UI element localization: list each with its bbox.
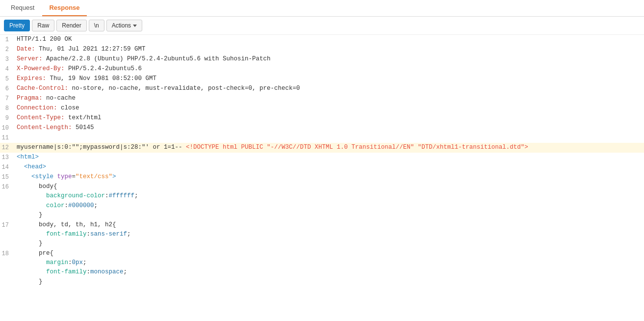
line-num-17: 17 (0, 220, 15, 249)
line-content-11 (15, 133, 644, 143)
chevron-down-icon (133, 25, 137, 27)
line-8: 8 Connection: close (0, 104, 644, 113)
line-num-3: 3 (0, 54, 15, 64)
actions-button[interactable]: Actions (106, 20, 142, 31)
line-num-16: 16 (0, 182, 15, 220)
line-15: 15 <style type="text/css"> (0, 172, 644, 182)
line-content-14: <head> (15, 162, 644, 172)
line-num-10: 10 (0, 123, 15, 133)
tab-response[interactable]: Response (42, 0, 86, 16)
response-content: 1 HTTP/1.1 200 OK 2 Date: Thu, 01 Jul 20… (0, 35, 644, 287)
line-num-15: 15 (0, 172, 15, 182)
line-content-15: <style type="text/css"> (15, 172, 644, 182)
line-num-1: 1 (0, 35, 15, 45)
line-1: 1 HTTP/1.1 200 OK (0, 35, 644, 45)
line-content-10: Content-Length: 50145 (15, 123, 644, 133)
line-content-1: HTTP/1.1 200 OK (15, 35, 644, 45)
line-3: 3 Server: Apache/2.2.8 (Ubuntu) PHP/5.2.… (0, 54, 644, 64)
line-14: 14 <head> (0, 162, 644, 172)
line-num-7: 7 (0, 94, 15, 104)
line-12: 12 myusername|s:0:"";mypassword|s:28:"' … (0, 143, 644, 153)
line-6: 6 Cache-Control: no-store, no-cache, mus… (0, 84, 644, 94)
render-button[interactable]: Render (56, 20, 86, 31)
line-content-16: body{ background-color:#ffffff; color:#0… (15, 182, 644, 220)
line-content-3: Server: Apache/2.2.8 (Ubuntu) PHP/5.2.4-… (15, 54, 644, 64)
line-content-4: X-Powered-By: PHP/5.2.4-2ubuntu5.6 (15, 64, 644, 74)
line-4: 4 X-Powered-By: PHP/5.2.4-2ubuntu5.6 (0, 64, 644, 74)
line-17: 17 body, td, th, h1, h2{ font-family:san… (0, 220, 644, 249)
line-content-18: pre{ margin:0px; font-family:monospace; … (15, 249, 644, 287)
line-num-9: 9 (0, 113, 15, 123)
line-num-2: 2 (0, 45, 15, 54)
line-num-18: 18 (0, 249, 15, 287)
top-tabs: Request Response (0, 0, 644, 17)
line-16: 16 body{ background-color:#ffffff; color… (0, 182, 644, 220)
pretty-button[interactable]: Pretty (4, 20, 30, 31)
line-2: 2 Date: Thu, 01 Jul 2021 12:27:59 GMT (0, 45, 644, 54)
line-content-9: Content-Type: text/html (15, 113, 644, 123)
line-num-13: 13 (0, 153, 15, 162)
line-content-13: <html> (15, 153, 644, 162)
line-content-5: Expires: Thu, 19 Nov 1981 08:52:00 GMT (15, 74, 644, 84)
actions-label: Actions (112, 22, 131, 29)
line-content-7: Pragma: no-cache (15, 94, 644, 104)
line-num-14: 14 (0, 162, 15, 172)
line-content-2: Date: Thu, 01 Jul 2021 12:27:59 GMT (15, 45, 644, 54)
line-num-8: 8 (0, 104, 15, 113)
line-9: 9 Content-Type: text/html (0, 113, 644, 123)
line-18: 18 pre{ margin:0px; font-family:monospac… (0, 249, 644, 287)
line-7: 7 Pragma: no-cache (0, 94, 644, 104)
line-content-12: myusername|s:0:"";mypassword|s:28:"' or … (15, 143, 644, 153)
line-11: 11 (0, 133, 644, 143)
line-content-6: Cache-Control: no-store, no-cache, must-… (15, 84, 644, 94)
raw-button[interactable]: Raw (32, 20, 54, 31)
line-content-8: Connection: close (15, 104, 644, 113)
line-num-6: 6 (0, 84, 15, 94)
line-num-4: 4 (0, 64, 15, 74)
line-num-5: 5 (0, 74, 15, 84)
line-5: 5 Expires: Thu, 19 Nov 1981 08:52:00 GMT (0, 74, 644, 84)
line-num-12: 12 (0, 143, 15, 153)
line-num-11: 11 (0, 133, 15, 143)
toolbar: Pretty Raw Render \n Actions (0, 17, 644, 35)
line-10: 10 Content-Length: 50145 (0, 123, 644, 133)
line-13: 13 <html> (0, 153, 644, 162)
newline-button[interactable]: \n (89, 20, 104, 31)
line-content-17: body, td, th, h1, h2{ font-family:sans-s… (15, 220, 644, 249)
tab-request[interactable]: Request (4, 0, 41, 16)
